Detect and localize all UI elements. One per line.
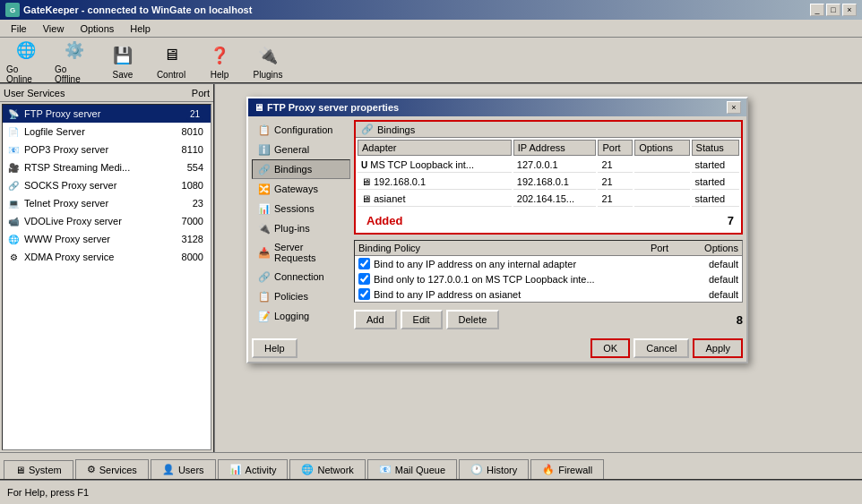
policy-row-2: Bind to any IP address on asianet defaul… <box>355 286 742 302</box>
tab-history[interactable]: 🕐 History <box>459 459 529 479</box>
nav-bindings[interactable]: 🔗 Bindings <box>252 159 350 179</box>
logfile-icon: 📄 <box>6 124 21 139</box>
nav-policies[interactable]: 📋 Policies <box>252 286 350 306</box>
nav-gateways[interactable]: 🔀 Gateways <box>252 179 350 199</box>
system-tab-icon: 🖥 <box>15 465 25 475</box>
maximize-button[interactable]: □ <box>826 4 840 16</box>
vdolive-icon: 📹 <box>6 214 21 228</box>
dialog-ok-button[interactable]: OK <box>590 338 630 358</box>
policy-check-0[interactable] <box>358 258 370 269</box>
service-item-ftp[interactable]: 📡 FTP Proxy server 21 <box>3 105 211 123</box>
service-item-logfile[interactable]: 📄 Logfile Server 8010 <box>3 123 211 141</box>
go-online-button[interactable]: 🌐 Go Online <box>4 33 48 87</box>
dialog-cancel-button[interactable]: Cancel <box>634 338 689 358</box>
nav-label-server-requests: Server Requests <box>274 242 344 263</box>
close-button[interactable]: × <box>842 4 857 16</box>
service-name-xdma: XDMA Proxy service <box>24 252 114 262</box>
plugins-label: Plugins <box>254 70 283 80</box>
dialog-apply-button[interactable]: Apply <box>693 338 743 358</box>
service-port-telnet: 23 <box>193 198 207 209</box>
binding-row-asianet[interactable]: 🖥asianet 202.164.15... 21 started <box>358 192 739 207</box>
nav-label-connection: Connection <box>274 271 324 282</box>
go-offline-label: Go Offline <box>55 64 94 84</box>
dialog-ok-buttons: OK Cancel Apply <box>590 338 743 358</box>
go-offline-button[interactable]: ⚙️ Go Offline <box>52 33 97 87</box>
nav-connection[interactable]: 🔗 Connection <box>252 267 350 286</box>
menu-help[interactable]: Help <box>123 21 158 36</box>
status-bar: For Help, press F1 <box>0 479 862 504</box>
binding-row-loopback[interactable]: U MS TCP Loopback int... 127.0.0.1 21 st… <box>358 158 739 173</box>
tab-network[interactable]: 🌐 Network <box>289 459 365 479</box>
loopback-icon: U <box>361 160 367 170</box>
policy-check-2[interactable] <box>358 288 370 300</box>
tab-system[interactable]: 🖥 System <box>4 460 73 479</box>
dialog-help-button[interactable]: Help <box>252 338 297 358</box>
service-item-vdolive[interactable]: 📹 VDOLive Proxy server 7000 <box>3 212 211 230</box>
service-port-xdma: 8000 <box>182 252 207 262</box>
activity-tab-label: Activity <box>246 465 277 475</box>
network-tab-icon: 🌐 <box>301 464 314 475</box>
tab-activity[interactable]: 📊 Activity <box>218 459 289 479</box>
plugins-button[interactable]: 🔌 Plugins <box>246 38 290 82</box>
service-item-pop3[interactable]: 📧 POP3 Proxy server 8110 <box>3 141 211 158</box>
binding-ip-1: 192.168.0.1 <box>513 175 597 190</box>
service-item-socks[interactable]: 🔗 SOCKS Proxy server 1080 <box>3 176 211 194</box>
app-icon: G <box>5 3 20 17</box>
col-adapter: Adapter <box>358 140 512 156</box>
service-name-pop3: POP3 Proxy server <box>24 144 108 155</box>
services-tab-label: Services <box>99 465 137 475</box>
added-label: Added <box>359 210 409 231</box>
save-button[interactable]: 💾 Save <box>100 38 145 82</box>
adapter-icon-2: 🖥 <box>361 193 371 204</box>
col-options: Options <box>634 140 689 156</box>
control-button[interactable]: 🖥 Control <box>149 38 194 82</box>
binding-adapter-1: 🖥192.168.0.1 <box>358 175 512 190</box>
service-name-telnet: Telnet Proxy server <box>24 198 108 209</box>
edit-binding-button[interactable]: Edit <box>401 310 443 329</box>
nav-configuration[interactable]: 📋 Configuration <box>252 120 350 140</box>
connection-icon: 🔗 <box>258 270 271 283</box>
bindings-header-text: Bindings <box>377 124 415 135</box>
binding-options-0 <box>634 158 689 173</box>
dialog-title-bar: 🖥 FTP Proxy server properties × <box>248 98 746 116</box>
rtsp-icon: 🎥 <box>6 160 21 175</box>
col-ip: IP Address <box>513 140 597 156</box>
left-panel-header: User Services Port <box>0 84 213 102</box>
nav-sessions[interactable]: 📊 Sessions <box>252 199 350 218</box>
service-item-telnet[interactable]: 💻 Telnet Proxy server 23 <box>3 194 211 212</box>
policy-header: Binding Policy Port Options <box>355 241 742 256</box>
tab-services[interactable]: ⚙ Services <box>75 459 149 479</box>
bindings-table: Adapter IP Address Port Options Status U… <box>356 138 741 209</box>
add-binding-button[interactable]: Add <box>354 310 397 329</box>
server-requests-icon: 📥 <box>258 246 271 259</box>
bindings-header: 🔗 Bindings <box>356 122 741 138</box>
bottom-tabs: 🖥 System ⚙ Services 👤 Users 📊 Activity 🌐… <box>0 452 862 479</box>
service-item-www[interactable]: 🌐 WWW Proxy server 3128 <box>3 230 211 248</box>
help-button[interactable]: ❓ Help <box>197 38 242 82</box>
tab-users[interactable]: 👤 Users <box>151 459 216 479</box>
nav-plugins[interactable]: 🔌 Plug-ins <box>252 218 350 238</box>
dialog-right-panel: 🔗 Bindings Adapter IP Address Port Optio… <box>354 120 743 331</box>
nav-logging[interactable]: 📝 Logging <box>252 306 350 326</box>
service-name-socks: SOCKS Proxy server <box>24 180 116 191</box>
save-icon: 💾 <box>108 41 137 70</box>
dialog-footer: Help OK Cancel Apply <box>248 335 746 362</box>
service-item-rtsp[interactable]: 🎥 RTSP Streaming Medi... 554 <box>3 158 211 176</box>
binding-row-192[interactable]: 🖥192.168.0.1 192.168.0.1 21 started <box>358 175 739 190</box>
nav-server-requests[interactable]: 📥 Server Requests <box>252 238 350 267</box>
service-item-xdma[interactable]: ⚙ XDMA Proxy service 8000 <box>3 248 211 266</box>
minimize-button[interactable]: _ <box>810 4 824 16</box>
binding-port-2: 21 <box>598 192 633 207</box>
policy-check-1[interactable] <box>358 273 370 285</box>
history-tab-label: History <box>487 465 517 475</box>
policy-port-2: default <box>709 289 738 300</box>
nav-label-policies: Policies <box>274 291 308 302</box>
services-header: User Services <box>4 88 65 98</box>
delete-binding-button[interactable]: Delete <box>446 310 500 329</box>
tab-mail-queue[interactable]: 📧 Mail Queue <box>367 459 457 479</box>
socks-icon: 🔗 <box>6 178 21 192</box>
tab-firewall[interactable]: 🔥 Firewall <box>530 459 604 479</box>
nav-general[interactable]: ℹ️ General <box>252 140 350 159</box>
plugins-icon: 🔌 <box>254 41 282 70</box>
dialog-close-button[interactable]: × <box>727 101 741 114</box>
